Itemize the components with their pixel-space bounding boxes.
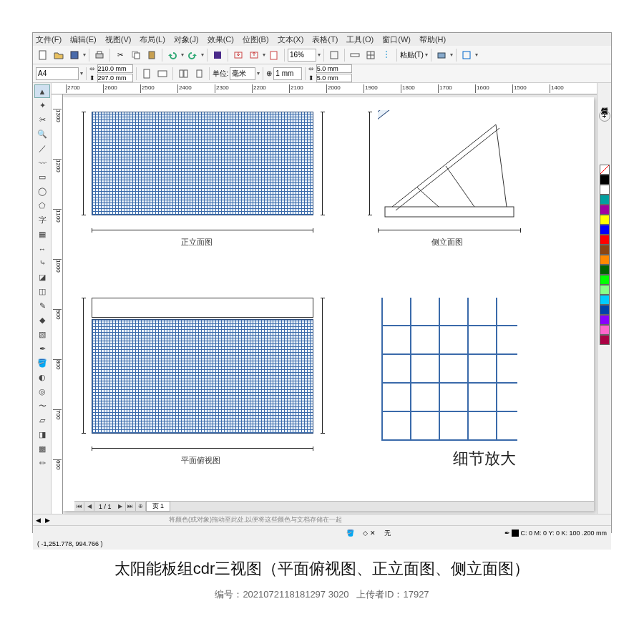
print-button[interactable] xyxy=(92,48,107,62)
menu-bitmap[interactable]: 位图(B) xyxy=(243,34,269,45)
export-button[interactable] xyxy=(247,48,261,62)
pick-tool[interactable]: ▲ xyxy=(34,84,50,98)
page-size-dropdown-icon[interactable]: ▾ xyxy=(80,70,83,77)
import-button[interactable] xyxy=(231,48,245,62)
unit-select[interactable] xyxy=(230,67,255,80)
unit-dropdown-icon[interactable]: ▾ xyxy=(257,70,260,77)
next-page-button[interactable]: ▶ xyxy=(116,502,126,511)
options-button[interactable] xyxy=(434,48,449,62)
fill-indicator-icon[interactable]: 🪣 xyxy=(346,530,354,537)
first-page-button[interactable]: ⏮ xyxy=(74,502,84,511)
menu-edit[interactable]: 编辑(E) xyxy=(70,34,97,45)
menu-effect[interactable]: 效果(C) xyxy=(208,34,234,45)
drawing-page[interactable]: 正立面图 侧立面图 xyxy=(63,97,594,511)
palette-nav-left[interactable]: ◀ xyxy=(36,517,41,524)
all-pages-button[interactable] xyxy=(176,67,190,81)
color-swatch[interactable] xyxy=(600,215,610,225)
eyedropper-tool[interactable]: ✎ xyxy=(34,299,50,313)
menu-tools[interactable]: 工具(O) xyxy=(346,34,374,45)
table-tool[interactable]: ▦ xyxy=(34,228,50,241)
dup-y-input[interactable] xyxy=(316,74,352,82)
launch-dropdown-icon[interactable]: ▾ xyxy=(475,52,478,58)
open-button[interactable] xyxy=(52,48,66,62)
polygon-tool[interactable]: ⬠ xyxy=(34,199,50,213)
outline-tool[interactable]: ✒ xyxy=(34,342,50,356)
paste-dropdown-icon[interactable]: ▾ xyxy=(425,52,428,58)
zoom-tool[interactable]: 🔍 xyxy=(34,127,50,141)
color-swatch[interactable] xyxy=(600,325,610,335)
ellipse-tool[interactable]: ◯ xyxy=(34,185,50,198)
paste-button[interactable] xyxy=(145,48,159,62)
menu-text[interactable]: 文本(X) xyxy=(278,34,304,45)
current-page-button[interactable] xyxy=(192,67,206,81)
outline-indicator-icon[interactable]: ◇ ✕ xyxy=(363,530,376,537)
distort-tool[interactable]: 〜 xyxy=(34,399,50,413)
blend-tool[interactable]: ◐ xyxy=(34,371,50,384)
save-button[interactable] xyxy=(67,48,82,62)
color-swatch[interactable] xyxy=(600,275,610,285)
save-dropdown-icon[interactable]: ▾ xyxy=(83,52,86,58)
zoom-input[interactable] xyxy=(288,49,316,62)
interactive-fill-tool[interactable]: ◆ xyxy=(34,313,50,327)
search-button[interactable] xyxy=(210,48,225,62)
redo-button[interactable] xyxy=(185,48,200,62)
envelope-tool[interactable]: ▱ xyxy=(34,414,50,427)
connector-tool[interactable]: ⤷ xyxy=(34,256,50,270)
palette-nav-right[interactable]: ▶ xyxy=(45,517,50,524)
transparency-tool[interactable]: ◫ xyxy=(34,285,50,298)
export-dropdown-icon[interactable]: ▾ xyxy=(263,52,265,58)
undo-dropdown-icon[interactable]: ▾ xyxy=(181,52,184,58)
outline-color-swatch[interactable] xyxy=(512,530,519,537)
copy-button[interactable] xyxy=(129,48,143,62)
color-swatch[interactable] xyxy=(600,295,610,305)
color-swatch[interactable] xyxy=(600,285,610,295)
options-dropdown-icon[interactable]: ▾ xyxy=(450,52,453,58)
menu-view[interactable]: 视图(V) xyxy=(105,34,132,45)
color-swatch[interactable] xyxy=(600,305,610,315)
ruler-vertical[interactable]: 1300 1200 1100 1000 900 800 700 600 xyxy=(52,94,63,514)
mesh-fill-tool[interactable]: ▩ xyxy=(34,442,50,456)
publish-pdf-button[interactable] xyxy=(267,48,281,62)
new-doc-button[interactable] xyxy=(36,48,50,62)
dimension-tool[interactable]: ↔ xyxy=(34,242,50,255)
add-color-button[interactable]: + xyxy=(599,110,610,122)
show-guides-button[interactable] xyxy=(379,48,394,62)
menu-help[interactable]: 帮助(H) xyxy=(419,34,446,45)
page-tab[interactable]: 页 1 xyxy=(146,501,171,512)
color-swatch[interactable] xyxy=(600,245,610,255)
portrait-button[interactable] xyxy=(140,67,154,81)
dup-x-input[interactable] xyxy=(316,64,352,73)
color-swatch[interactable] xyxy=(600,185,610,195)
add-page-button[interactable]: ⊕ xyxy=(136,502,146,511)
undo-button[interactable] xyxy=(165,48,180,62)
fullscreen-button[interactable] xyxy=(327,48,341,62)
rectangle-tool[interactable]: ▭ xyxy=(34,170,50,184)
no-fill-swatch[interactable] xyxy=(600,165,610,175)
freehand-tool[interactable]: ／ xyxy=(34,142,50,155)
smart-drawing-tool[interactable]: ✏ xyxy=(34,457,50,470)
ruler-horizontal[interactable]: 2700 2600 2500 2400 2300 2200 2100 2000 … xyxy=(52,83,597,94)
zoom-dropdown-icon[interactable]: ▾ xyxy=(318,52,321,58)
extrude-tool[interactable]: ◨ xyxy=(34,428,50,441)
color-swatch[interactable] xyxy=(600,225,610,235)
smart-fill-tool[interactable]: ▧ xyxy=(34,328,50,341)
last-page-button[interactable]: ⏭ xyxy=(126,502,136,511)
page-height-input[interactable] xyxy=(97,74,133,82)
nudge-input[interactable] xyxy=(273,67,302,80)
cut-button[interactable]: ✂ xyxy=(113,48,127,62)
page-size-select[interactable] xyxy=(36,67,79,80)
color-swatch[interactable] xyxy=(600,255,610,265)
show-grid-button[interactable] xyxy=(364,48,378,62)
color-swatch[interactable] xyxy=(600,265,610,275)
launch-button[interactable] xyxy=(459,48,474,62)
color-swatch[interactable] xyxy=(600,205,610,215)
show-rulers-button[interactable] xyxy=(348,48,362,62)
color-swatch[interactable] xyxy=(600,195,610,205)
drop-shadow-tool[interactable]: ◪ xyxy=(34,270,50,284)
crop-tool[interactable]: ✂ xyxy=(34,113,50,127)
menu-layout[interactable]: 布局(L) xyxy=(140,34,165,45)
prev-page-button[interactable]: ◀ xyxy=(84,502,94,511)
color-swatch[interactable] xyxy=(600,175,610,185)
menu-window[interactable]: 窗口(W) xyxy=(382,34,411,45)
shape-tool[interactable]: ✦ xyxy=(34,99,50,112)
